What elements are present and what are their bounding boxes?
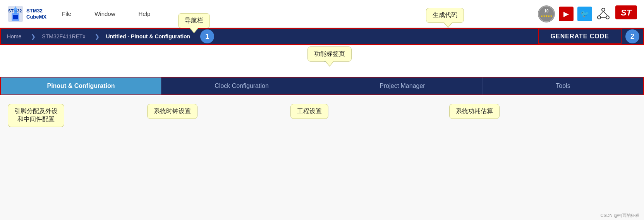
svg-point-6 xyxy=(539,6,554,22)
nav-chip[interactable]: STM32F411RETx xyxy=(36,29,91,44)
middle-area: 功能标签页 3 xyxy=(0,46,644,62)
tooltip-generate-bubble: 生成代码 xyxy=(426,8,464,23)
logo-text: STM32 CubeMX xyxy=(26,8,46,20)
svg-point-9 xyxy=(602,8,605,11)
menu-bar: File Window Help xyxy=(62,10,538,17)
nav-bar: Home ❯ STM32F411RETx ❯ Untitled - Pinout… xyxy=(0,28,644,45)
nav-project[interactable]: Untitled - Pinout & Configuration xyxy=(100,29,196,44)
tooltip-tab2-bubble: 系统时钟设置 xyxy=(147,104,197,119)
network-icon xyxy=(596,7,611,21)
svg-line-12 xyxy=(599,11,603,16)
top-right-icons: 10 ★★★★★ ▶ 🐦 ST xyxy=(538,5,638,23)
logo-area: STM32 STM32 CubeMX xyxy=(6,5,46,23)
menu-file[interactable]: File xyxy=(62,10,71,17)
svg-text:ST: ST xyxy=(621,8,632,17)
stm32-logo-icon: STM32 xyxy=(6,5,25,23)
menu-help[interactable]: Help xyxy=(139,10,151,17)
st-logo: ST xyxy=(615,5,638,23)
svg-text:10: 10 xyxy=(544,9,549,13)
bottom-area: 引脚分配及外设和中间件配置 系统时钟设置 工程设置 系统功耗估算 CSDN @柯… xyxy=(0,96,644,220)
tab-project[interactable]: Project Manager xyxy=(322,77,483,95)
svg-line-13 xyxy=(603,11,608,16)
anniversary-icon: 10 ★★★★★ xyxy=(538,5,555,22)
svg-point-11 xyxy=(606,16,609,19)
nav-chevron-2: ❯ xyxy=(94,33,100,40)
twitter-icon[interactable]: 🐦 xyxy=(577,7,592,21)
top-bar: STM32 STM32 CubeMX File Window Help 10 xyxy=(0,0,644,28)
tooltip-tabs-bubble: 功能标签页 xyxy=(307,46,352,62)
svg-text:★★★★★: ★★★★★ xyxy=(541,15,553,17)
generate-code-button[interactable]: GENERATE CODE xyxy=(538,29,622,44)
svg-rect-3 xyxy=(13,15,18,19)
badge-2: 2 xyxy=(625,29,639,43)
nav-home[interactable]: Home xyxy=(1,29,27,44)
watermark: CSDN @柯西的征程 xyxy=(601,213,639,218)
tooltip-tab3-bubble: 工程设置 xyxy=(290,104,328,119)
tooltip-nav-bubble: 导航栏 xyxy=(178,13,210,28)
tooltip-tab4-bubble: 系统功耗估算 xyxy=(449,104,500,119)
badge-1: 1 xyxy=(200,29,214,43)
svg-point-10 xyxy=(598,16,601,19)
tabs-bar: Pinout & Configuration Clock Configurati… xyxy=(0,77,644,95)
youtube-icon[interactable]: ▶ xyxy=(559,7,574,21)
tab-tools[interactable]: Tools xyxy=(483,77,643,95)
tooltip-tab1-bubble: 引脚分配及外设和中间件配置 xyxy=(8,104,64,127)
tab-clock[interactable]: Clock Configuration xyxy=(161,77,322,95)
menu-window[interactable]: Window xyxy=(94,10,115,17)
tab-pinout[interactable]: Pinout & Configuration xyxy=(1,77,161,95)
nav-chevron-1: ❯ xyxy=(31,33,36,40)
